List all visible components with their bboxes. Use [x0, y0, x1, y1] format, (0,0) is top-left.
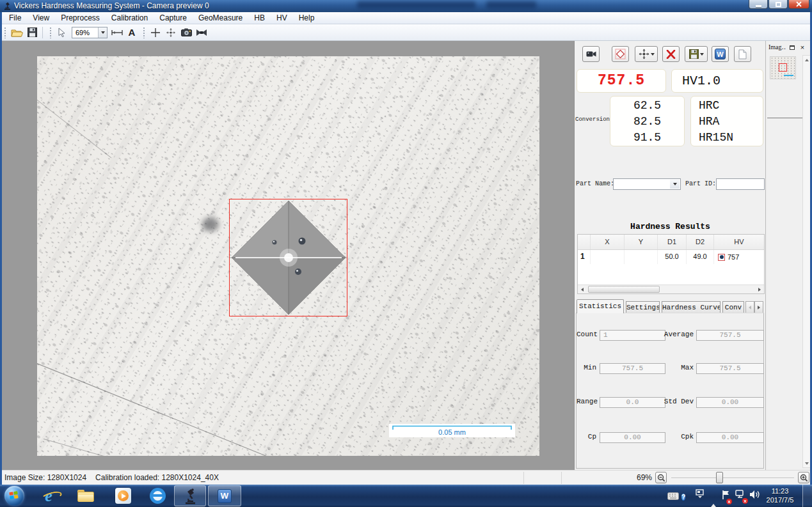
tab-settings[interactable]: Settings: [626, 301, 660, 313]
show-desktop-button[interactable]: [802, 485, 812, 507]
export-word-button[interactable]: W: [712, 46, 729, 62]
scrollbar-thumb[interactable]: [588, 286, 660, 293]
column-header-d1[interactable]: D1: [658, 235, 687, 249]
zoom-out-button[interactable]: [655, 472, 667, 483]
column-header-index[interactable]: [578, 235, 591, 249]
cell-x: [591, 250, 625, 264]
menu-geomeasure[interactable]: GeoMeasure: [193, 12, 248, 24]
tab-conversion[interactable]: Conv: [722, 301, 744, 313]
dock-close-button[interactable]: ×: [799, 43, 806, 51]
stddev-value: 0.00: [696, 397, 764, 408]
maximize-button[interactable]: [768, 0, 788, 9]
action-center-icon[interactable]: x: [721, 490, 730, 503]
toolbar-grip: [143, 27, 145, 38]
conversion-label: Conversion: [575, 116, 609, 123]
part-name-select[interactable]: [613, 178, 681, 190]
taskbar-clock[interactable]: 11:23 2017/7/5: [763, 487, 797, 504]
zoom-in-button[interactable]: [798, 472, 809, 483]
crosshair-button[interactable]: [148, 26, 163, 40]
scroll-left-arrow[interactable]: [578, 285, 587, 293]
tab-scroll-left-button[interactable]: [745, 301, 754, 313]
word-icon: W: [715, 49, 726, 59]
hardness-app-taskbar-button[interactable]: [174, 485, 206, 506]
menu-file[interactable]: File: [3, 12, 27, 24]
auto-locate-button[interactable]: [164, 26, 178, 40]
show-hidden-icons-button[interactable]: [711, 493, 716, 504]
media-player-button[interactable]: [113, 487, 133, 505]
folder-icon: [77, 490, 94, 502]
column-header-y[interactable]: Y: [625, 235, 658, 249]
clock-time: 11:23: [763, 487, 797, 495]
float-window-icon: [790, 45, 795, 50]
help-icon[interactable]: ?: [681, 490, 685, 502]
menu-capture[interactable]: Capture: [154, 12, 193, 24]
image-thumbnail[interactable]: [770, 56, 796, 79]
menu-calibration[interactable]: Calibration: [106, 12, 154, 24]
measurement-roi[interactable]: [229, 199, 347, 316]
part-row: Part Name: Part ID:: [575, 178, 766, 190]
scroll-down-arrow[interactable]: [803, 459, 810, 467]
select-cursor-button[interactable]: [55, 26, 69, 40]
new-report-button[interactable]: [734, 46, 751, 62]
scale-bar-label: 0.05 mm: [389, 428, 515, 436]
diamond-icon: [615, 49, 626, 59]
volume-icon[interactable]: [749, 490, 761, 502]
browser-button[interactable]: [147, 487, 168, 505]
thumbnail-roi-icon: [779, 63, 787, 72]
column-header-d2[interactable]: D2: [687, 235, 714, 249]
save-results-button[interactable]: [685, 46, 708, 62]
menu-hv[interactable]: HV: [271, 12, 293, 24]
scroll-up-arrow[interactable]: [803, 56, 810, 64]
save-button[interactable]: [25, 26, 39, 40]
internet-explorer-button[interactable]: e: [38, 487, 59, 505]
column-header-x[interactable]: X: [591, 235, 625, 249]
open-file-button[interactable]: [10, 26, 24, 40]
status-divider: [523, 472, 524, 484]
video-capture-button[interactable]: [195, 26, 209, 40]
conversion-values: 62.5 82.5 91.5: [610, 96, 685, 146]
window-frame: [0, 12, 2, 485]
column-header-hv[interactable]: HV: [714, 235, 764, 249]
part-id-label: Part ID:: [685, 180, 716, 187]
dock-float-button[interactable]: [788, 43, 796, 51]
minimize-button[interactable]: [749, 0, 768, 9]
measure-caliper-button[interactable]: [110, 26, 124, 40]
table-horizontal-scrollbar[interactable]: [578, 285, 764, 293]
start-button[interactable]: [4, 486, 24, 506]
snapshot-button[interactable]: [179, 26, 193, 40]
average-value: 757.5: [696, 330, 764, 341]
indent-detect-button[interactable]: [612, 46, 629, 62]
camera-icon: [181, 28, 192, 36]
zoom-slider-thumb[interactable]: [716, 472, 723, 483]
word-taskbar-button[interactable]: W: [208, 485, 241, 506]
cell-d1: 50.0: [658, 250, 687, 264]
menu-view[interactable]: View: [27, 12, 55, 24]
menu-help[interactable]: Help: [293, 12, 321, 24]
text-annotation-button[interactable]: A: [125, 26, 138, 40]
network-icon[interactable]: x: [735, 490, 746, 502]
live-video-button[interactable]: [582, 46, 600, 62]
scroll-right-arrow[interactable]: [755, 285, 764, 293]
results-title: Hardness Results: [575, 222, 766, 231]
indent-marker-icon: [718, 254, 725, 261]
table-row[interactable]: 1 50.0 49.0 757: [578, 250, 764, 264]
tab-statistics[interactable]: Statistics: [577, 299, 624, 313]
average-label: Average: [664, 331, 694, 338]
close-button[interactable]: [788, 0, 809, 9]
keyboard-icon[interactable]: [667, 491, 679, 503]
menu-preprocess[interactable]: Preprocess: [55, 12, 106, 24]
zoom-slider-track[interactable]: [671, 478, 794, 479]
title-bar[interactable]: Vickers Hardness Measuring System - Came…: [0, 0, 812, 12]
delete-result-button[interactable]: [662, 46, 680, 62]
cursor-icon: [58, 27, 66, 37]
close-icon: [796, 1, 802, 7]
menu-hb[interactable]: HB: [248, 12, 271, 24]
ime-window-icon[interactable]: [696, 489, 705, 502]
part-id-input[interactable]: [716, 178, 765, 190]
tab-hardness-curve[interactable]: Hardness Curve: [662, 301, 720, 313]
file-explorer-button[interactable]: [76, 487, 96, 505]
zoom-select[interactable]: 69%: [72, 27, 107, 38]
tab-scroll-right-button[interactable]: [754, 301, 763, 313]
auto-measure-button[interactable]: [635, 46, 658, 62]
micrograph-image[interactable]: 0.05 mm: [37, 56, 539, 456]
